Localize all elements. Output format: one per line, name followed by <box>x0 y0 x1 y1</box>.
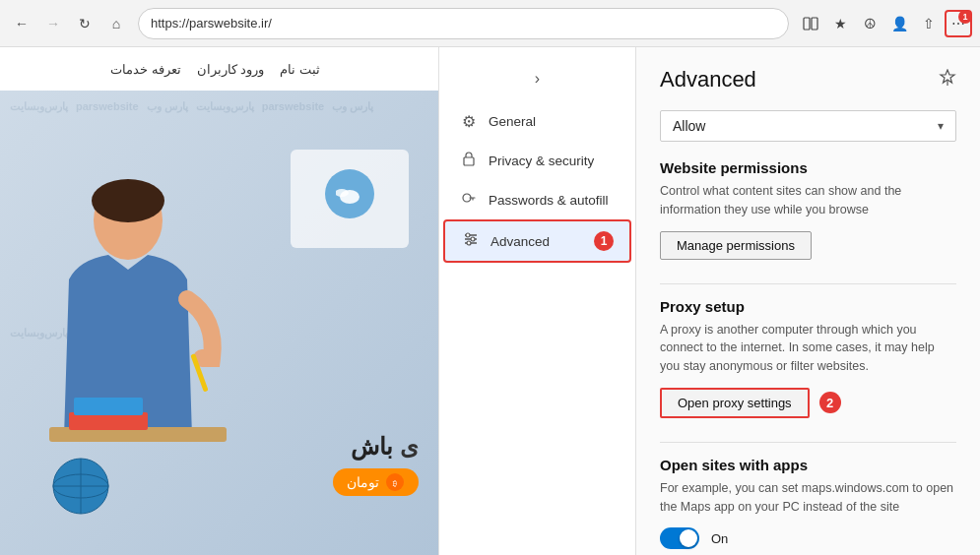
back-button[interactable]: ← <box>8 10 35 37</box>
pin-svg <box>939 69 956 87</box>
svg-rect-17 <box>464 157 474 165</box>
home-button[interactable]: ⌂ <box>102 10 130 37</box>
nav-item-1[interactable]: ثبت نام <box>280 62 320 77</box>
url-text: https://parswebsite.ir/ <box>151 16 776 31</box>
hero-heading: ی باش <box>333 433 419 461</box>
hero-badge: ₿ تومان <box>333 468 419 496</box>
privacy-icon <box>459 151 479 170</box>
sliders-icon <box>463 231 479 247</box>
website-hero: پارس‌وبسایت parswebsite پارس وب پارس‌وبس… <box>0 91 438 555</box>
more-button[interactable]: ⋯ 1 <box>945 10 972 37</box>
proxy-setup-title: Proxy setup <box>660 298 956 315</box>
svg-text:₿: ₿ <box>392 479 397 488</box>
share-button[interactable]: ⇧ <box>915 10 943 37</box>
toggle-knob <box>680 529 697 547</box>
website-permissions-section: Website permissions Control what content… <box>660 159 956 260</box>
menu-item-general[interactable]: ⚙ General <box>443 102 631 141</box>
lock-icon <box>461 151 477 166</box>
notification-badge: 1 <box>958 10 972 24</box>
step2-badge: 2 <box>819 392 841 413</box>
open-proxy-settings-button[interactable]: Open proxy settings <box>660 388 810 418</box>
badge-icon: ₿ <box>385 472 405 492</box>
box-placeholder <box>291 150 409 248</box>
refresh-button[interactable]: ↻ <box>71 10 98 37</box>
website-preview: ثبت نام ورود کاربران تعرفه خدمات PARS پا… <box>0 47 438 555</box>
passwords-icon <box>459 190 479 210</box>
passwords-label: Passwords & autofill <box>489 193 616 208</box>
open-sites-title: Open sites with apps <box>660 457 956 473</box>
main-area: ثبت نام ورود کاربران تعرفه خدمات PARS پا… <box>0 47 980 555</box>
privacy-label: Privacy & security <box>489 154 616 168</box>
open-sites-section: Open sites with apps For example, you ca… <box>660 457 956 550</box>
website-logo: PARS <box>16 57 95 81</box>
divider-2 <box>660 442 956 443</box>
dropdown-arrow: ▾ <box>938 119 944 133</box>
open-sites-desc: For example, you can set maps.windows.co… <box>660 479 956 517</box>
nav-item-3[interactable]: تعرفه خدمات <box>110 62 181 77</box>
hero-main-text: باش <box>351 433 393 460</box>
website-header: ثبت نام ورود کاربران تعرفه خدمات PARS <box>0 47 438 91</box>
svg-point-22 <box>466 233 470 237</box>
address-bar[interactable]: https://parswebsite.ir/ <box>138 8 789 39</box>
website-permissions-title: Website permissions <box>660 159 956 176</box>
advanced-panel: Advanced Allow ▾ Website permissions Con… <box>635 47 980 555</box>
split-icon <box>803 16 818 31</box>
settings-menu: › ⚙ General Privacy & security Passwor <box>438 47 635 555</box>
panel-title-row: Advanced <box>660 67 956 92</box>
advanced-icon <box>461 231 481 251</box>
menu-item-passwords[interactable]: Passwords & autofill <box>443 180 631 219</box>
dropdown-value: Allow <box>673 118 705 134</box>
pin-icon[interactable] <box>939 69 956 91</box>
nav-item-2[interactable]: ورود کاربران <box>197 62 265 77</box>
svg-rect-1 <box>812 18 817 30</box>
advanced-label: Advanced <box>490 234 578 249</box>
collapse-arrow[interactable]: › <box>522 63 554 94</box>
favorites-button[interactable]: ★ <box>826 10 854 37</box>
toggle-label: On <box>711 531 728 546</box>
manage-permissions-button[interactable]: Manage permissions <box>660 231 812 260</box>
forward-button[interactable]: → <box>39 10 67 37</box>
open-sites-toggle[interactable] <box>660 527 699 549</box>
svg-rect-9 <box>74 398 143 415</box>
step1-badge: 1 <box>594 231 614 251</box>
svg-point-23 <box>471 237 475 241</box>
hero-badge-text: تومان <box>347 474 379 490</box>
hero-text-block: ی باش ₿ تومان <box>333 433 419 496</box>
svg-point-6 <box>92 179 164 222</box>
person-image <box>20 161 236 555</box>
menu-item-privacy[interactable]: Privacy & security <box>443 141 631 180</box>
bird-icon <box>336 183 363 205</box>
hero-icon <box>325 169 374 218</box>
proxy-setup-section: Proxy setup A proxy is another computer … <box>660 298 956 418</box>
menu-item-advanced[interactable]: Advanced 1 <box>443 219 631 263</box>
svg-rect-0 <box>804 18 810 30</box>
allow-dropdown[interactable]: Allow ▾ <box>660 110 956 142</box>
proxy-setup-desc: A proxy is another computer through whic… <box>660 321 956 376</box>
svg-point-24 <box>467 241 471 245</box>
proxy-btn-row: Open proxy settings 2 <box>660 388 956 418</box>
panel-title-text: Advanced <box>660 67 756 92</box>
toggle-row: On <box>660 527 956 549</box>
profile-button[interactable]: 👤 <box>885 10 913 37</box>
toolbar-icons: ★ ☮ 👤 ⇧ ⋯ 1 <box>797 10 972 37</box>
key-icon <box>461 190 477 206</box>
browser-toolbar: ← → ↻ ⌂ https://parswebsite.ir/ ★ ☮ 👤 ⇧ … <box>0 0 980 47</box>
website-permissions-desc: Control what content sites can show and … <box>660 182 956 219</box>
collections-button[interactable]: ☮ <box>856 10 883 37</box>
divider-1 <box>660 283 956 284</box>
split-screen-button[interactable] <box>797 10 824 37</box>
general-icon: ⚙ <box>459 112 479 131</box>
general-label: General <box>489 114 616 129</box>
